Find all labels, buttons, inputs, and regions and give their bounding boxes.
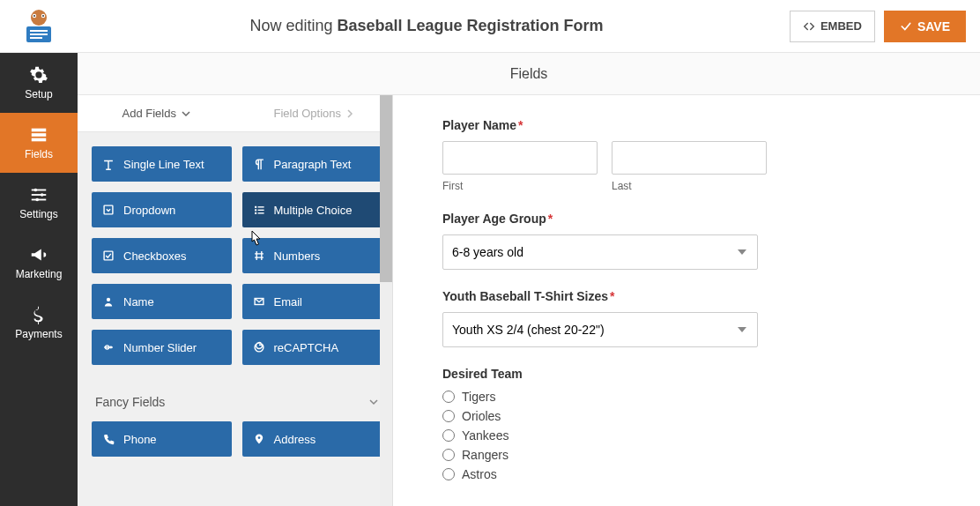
save-button[interactable]: SAVE — [884, 11, 966, 42]
field-age-group[interactable]: Player Age Group* 6-8 years old — [442, 212, 931, 270]
chevron-down-icon — [369, 398, 378, 406]
sublabel-first: First — [442, 180, 598, 192]
check-square-icon — [102, 249, 115, 262]
svg-rect-24 — [257, 212, 264, 213]
chevron-right-icon — [346, 109, 353, 118]
sidenav-label: Payments — [15, 328, 62, 340]
dollar-icon — [29, 305, 48, 324]
sidenav-item-fields[interactable]: Fields — [0, 113, 78, 173]
list-icon — [253, 204, 265, 216]
field-type-label: reCAPTCHA — [274, 341, 339, 354]
tab-field-options[interactable]: Field Options — [235, 95, 393, 131]
field-type-paragraph-text[interactable]: Paragraph Text — [242, 146, 382, 182]
sidenav-item-payments[interactable]: Payments — [0, 293, 78, 353]
radio-input[interactable] — [442, 391, 455, 403]
last-name-input[interactable] — [612, 141, 767, 175]
slider-icon — [102, 341, 115, 353]
gear-icon — [29, 65, 48, 85]
topbar: Now editing Baseball League Registration… — [0, 0, 980, 53]
svg-rect-11 — [32, 138, 47, 142]
svg-point-4 — [42, 15, 44, 17]
field-type-label: Numbers — [274, 249, 321, 263]
radio-option[interactable]: Astros — [442, 467, 931, 481]
tab-add-fields[interactable]: Add Fields — [78, 95, 235, 131]
field-desired-team[interactable]: Desired Team TigersOriolesYankeesRangers… — [442, 367, 931, 481]
user-icon — [102, 295, 115, 308]
age-group-select[interactable]: 6-8 years old — [442, 234, 758, 270]
radio-option[interactable]: Tigers — [442, 390, 931, 404]
field-type-numbers[interactable]: Numbers — [242, 238, 382, 273]
svg-rect-25 — [104, 251, 113, 260]
svg-rect-9 — [32, 129, 47, 132]
hash-icon — [253, 249, 265, 262]
field-type-email[interactable]: Email — [242, 284, 382, 319]
svg-point-15 — [34, 189, 38, 192]
svg-point-30 — [109, 346, 112, 349]
field-label: Desired Team — [442, 367, 931, 381]
field-type-label: Multiple Choice — [274, 204, 353, 217]
sidenav-item-settings[interactable]: Settings — [0, 173, 78, 233]
sidenav-item-setup[interactable]: Setup — [0, 53, 78, 113]
svg-rect-8 — [30, 37, 42, 39]
code-icon — [803, 20, 815, 33]
scrollbar-thumb[interactable] — [380, 95, 392, 282]
sidenav-item-marketing[interactable]: Marketing — [0, 233, 78, 293]
google-icon — [253, 341, 265, 353]
tab-label: Field Options — [273, 107, 341, 120]
field-type-dropdown[interactable]: Dropdown — [92, 192, 232, 227]
tab-label: Add Fields — [122, 107, 176, 120]
sidenav-label: Setup — [25, 88, 52, 100]
field-type-label: Single Line Text — [123, 158, 204, 171]
radio-option[interactable]: Yankees — [442, 428, 931, 443]
svg-rect-21 — [255, 212, 256, 214]
radio-option[interactable]: Rangers — [442, 448, 931, 462]
form-preview: Player Name* First Last Player Age Group — [393, 95, 980, 506]
radio-option[interactable]: Orioles — [442, 409, 931, 423]
embed-button[interactable]: EMBED — [790, 11, 875, 42]
page-title: Now editing Baseball League Registration… — [63, 17, 790, 35]
field-type-label: Paragraph Text — [274, 158, 352, 171]
paragraph-icon — [253, 158, 265, 170]
radio-label: Yankees — [462, 428, 509, 443]
svg-rect-19 — [255, 206, 256, 208]
fancy-fields-header[interactable]: Fancy Fields — [92, 386, 382, 421]
left-tabs: Add Fields Field Options — [78, 95, 392, 132]
field-type-recaptcha[interactable]: reCAPTCHA — [242, 330, 382, 365]
svg-rect-20 — [255, 209, 256, 211]
logo-icon — [14, 7, 63, 46]
top-buttons: EMBED SAVE — [790, 11, 966, 42]
radio-label: Orioles — [462, 409, 501, 423]
field-type-multiple-choice[interactable]: Multiple Choice — [242, 192, 382, 227]
panel-header: Fields — [78, 53, 980, 95]
field-player-name[interactable]: Player Name* First Last — [442, 118, 931, 192]
embed-label: EMBED — [820, 19, 862, 33]
field-type-single-line-text[interactable]: Single Line Text — [92, 146, 232, 182]
svg-point-3 — [33, 15, 35, 17]
radio-input[interactable] — [442, 410, 455, 422]
field-type-checkboxes[interactable]: Checkboxes — [92, 238, 232, 273]
field-label: Player Age Group* — [442, 212, 931, 226]
fields-scroll[interactable]: Single Line TextParagraph TextDropdownMu… — [78, 132, 392, 506]
radio-input[interactable] — [442, 468, 455, 480]
fields-panel: Add Fields Field Options Single Line Tex… — [78, 95, 393, 506]
check-icon — [900, 20, 912, 33]
sidenav-label: Settings — [19, 208, 57, 220]
field-type-name[interactable]: Name — [92, 284, 232, 319]
sidenav-label: Fields — [25, 148, 53, 160]
svg-rect-23 — [257, 210, 264, 211]
section-label: Fancy Fields — [95, 395, 165, 409]
field-type-number-slider[interactable]: Number Slider — [92, 330, 232, 365]
phone-icon — [102, 433, 115, 445]
field-type-phone[interactable]: Phone — [92, 421, 232, 457]
field-tshirt[interactable]: Youth Baseball T-Shirt Sizes* Youth XS 2… — [442, 289, 931, 347]
caret-square-icon — [102, 204, 115, 216]
field-type-address[interactable]: Address — [242, 421, 382, 457]
radio-label: Tigers — [462, 390, 495, 404]
svg-rect-13 — [32, 194, 47, 196]
radio-input[interactable] — [442, 429, 455, 442]
field-label: Player Name* — [442, 118, 931, 132]
radio-input[interactable] — [442, 449, 455, 461]
first-name-input[interactable] — [442, 141, 598, 175]
editing-prefix: Now editing — [249, 17, 337, 34]
tshirt-select[interactable]: Youth XS 2/4 (chest 20-22") — [442, 312, 758, 347]
